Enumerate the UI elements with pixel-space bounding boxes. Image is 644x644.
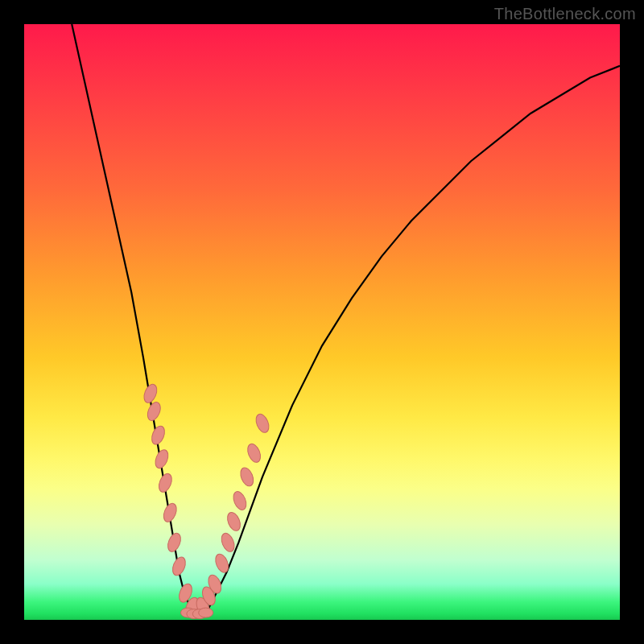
bead — [199, 608, 213, 617]
bead — [166, 531, 184, 553]
bead — [161, 502, 179, 523]
bottleneck-curve — [72, 24, 620, 614]
bead — [254, 412, 271, 434]
chart-overlay — [24, 24, 620, 620]
bead — [246, 442, 263, 464]
bead — [150, 424, 167, 446]
bead — [142, 382, 159, 404]
beads-group — [142, 382, 271, 619]
bead — [213, 552, 231, 574]
bead — [238, 466, 256, 488]
bead — [231, 489, 249, 511]
bead — [170, 555, 188, 577]
bead — [153, 448, 171, 469]
bead — [156, 472, 174, 493]
bead — [225, 510, 243, 532]
watermark-text: TheBottleneck.com — [494, 5, 636, 23]
bead — [219, 531, 237, 553]
bead — [145, 400, 163, 422]
